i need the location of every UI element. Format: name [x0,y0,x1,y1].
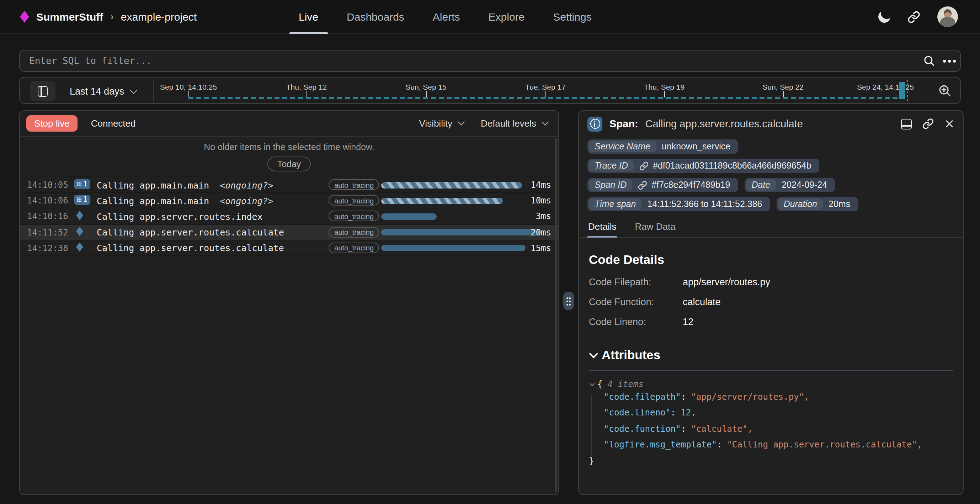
timeline-bar: Last 14 days Sep 10, 14:10:25 Thu, Sep 1… [19,77,961,104]
duration-bar-track [381,182,543,188]
log-row[interactable]: 14:10:06 ⊞1 Calling app.main.main<ongoin… [20,193,558,209]
row-timestamp: 14:12:38 [27,243,68,253]
row-tag[interactable]: auto_tracing [329,211,379,222]
span-diamond-icon [76,226,83,236]
date-badge[interactable]: Date2024-09-24 [744,178,835,192]
breadcrumb[interactable]: SummerStuff › example-project [20,0,197,33]
json-key: "code.lineno" [604,408,671,418]
time-range-dropdown[interactable]: Last 14 days [70,78,135,105]
time-range-label: Last 14 days [70,86,124,96]
duration-bar [381,198,503,204]
live-view-header: Stop live Connected Visibility Default l… [20,111,558,137]
row-duration: 14ms [531,180,551,190]
json-key: "code.filepath" [604,392,681,402]
detail-tabs: Details Raw Data [579,218,963,238]
visibility-dropdown[interactable]: Visibility [419,118,462,129]
sidebar-icon [38,86,48,96]
dark-mode-moon-icon[interactable] [877,9,892,24]
tab-details[interactable]: Details [587,218,617,237]
empty-window-message: No older items in the selected time wind… [20,142,558,152]
child-count: 1 [83,195,88,204]
json-root-line[interactable]: { 4 items [589,379,953,389]
log-row-selected[interactable]: 14:11:52 Calling app.server.routes.calcu… [20,225,558,240]
json-entry: "code.lineno":12, [589,405,953,421]
more-options-icon[interactable] [948,59,951,62]
service-name-badge[interactable]: Service Nameunknown_service [587,139,738,154]
kv-value: app/server/routes.py [683,277,953,287]
timeline-tick-label: Thu, Sep 12 [286,83,327,91]
empty-window-message-block: No older items in the selected time wind… [20,137,558,177]
span-children-icon[interactable]: ⊞1 [74,179,91,189]
timeline-activity-histogram[interactable] [188,97,907,99]
span-kind-label: Span: [609,118,638,129]
code-details-table: Code Filepath:app/server/routes.py Code … [589,277,953,327]
row-tag[interactable]: auto_tracing [329,226,379,237]
row-timestamp: 14:11:52 [27,227,68,237]
scrollbar[interactable] [555,138,557,492]
zoom-in-icon[interactable] [938,84,951,97]
share-link-icon[interactable] [907,10,920,23]
trace-id-badge[interactable]: Trace ID#df01acad0311189c8b66a466d969654… [587,159,819,173]
default-levels-dropdown[interactable]: Default levels [481,118,546,129]
row-tag[interactable]: auto_tracing [329,179,379,190]
indent-guide [591,395,592,456]
panel-resize-handle[interactable] [563,292,574,310]
copy-link-icon[interactable] [923,118,934,129]
badge-value: unknown_service [656,141,737,152]
row-timestamp: 14:10:06 [27,196,68,206]
duration-bar [381,182,522,188]
row-message: Calling app.server.routes.calculate [97,243,284,254]
badge-label: Span ID [589,179,632,191]
search-icon[interactable] [923,55,935,67]
tab-dashboards[interactable]: Dashboards [337,0,414,33]
connection-status: Connected [91,118,136,129]
close-icon[interactable] [945,119,955,129]
json-value: "calculate", [691,424,752,434]
row-message: Calling app.server.routes.index [97,211,263,222]
top-nav: SummerStuff › example-project Live Dashb… [0,0,980,33]
code-details-heading: Code Details [589,252,953,268]
tab-raw-data[interactable]: Raw Data [634,218,676,237]
duration-badge[interactable]: Duration20ms [776,197,858,211]
log-row[interactable]: 14:12:38 Calling app.server.routes.calcu… [20,241,558,256]
collapse-chevron-icon[interactable] [590,381,595,386]
span-children-icon[interactable]: ⊞1 [74,195,91,204]
org-name[interactable]: SummerStuff [36,11,103,23]
sidebar-toggle-button[interactable] [30,81,56,101]
json-key: "logfire.msg_template" [604,440,717,450]
span-meta-badges: Service Nameunknown_service Trace ID#df0… [579,137,963,213]
json-key: "code.function" [604,424,681,434]
row-tag[interactable]: auto_tracing [329,242,379,253]
dock-panel-icon[interactable] [901,118,912,129]
log-row[interactable]: 14:10:16 Calling app.server.routes.index… [20,209,558,225]
attributes-divider [589,370,953,371]
badge-label: Time span [589,198,642,210]
detail-content: Code Details Code Filepath:app/server/ro… [579,238,963,469]
chevron-down-icon [589,349,598,358]
log-rows: 14:10:05 ⊞1 Calling app.main.main<ongoin… [20,177,558,256]
tab-explore[interactable]: Explore [479,0,534,33]
timeline-tick-label: Thu, Sep 19 [644,83,684,91]
today-button[interactable]: Today [267,156,311,171]
stop-live-button[interactable]: Stop live [26,115,78,132]
timeline-tick-label: Sep 10, 14:10:25 [160,83,217,91]
time-span-badge[interactable]: Time span14:11:52.366 to 14:11:52.386 [587,197,770,211]
attributes-section-toggle[interactable]: Attributes [589,348,953,363]
sql-filter-bar[interactable]: Enter SQL to filter... [19,50,961,72]
user-avatar[interactable] [937,6,958,27]
duration-bar-track [381,198,543,204]
close-brace: } [589,453,953,469]
tab-explore-label: Explore [488,11,525,23]
log-row[interactable]: 14:10:05 ⊞1 Calling app.main.main<ongoin… [20,177,558,193]
tab-settings[interactable]: Settings [544,0,601,33]
tab-alerts[interactable]: Alerts [423,0,469,33]
grip-dots-icon [566,296,571,306]
tab-live[interactable]: Live [290,0,328,33]
sql-filter-input[interactable]: Enter SQL to filter... [29,56,923,66]
row-tag[interactable]: auto_tracing [329,195,379,206]
project-name[interactable]: example-project [121,11,197,23]
span-id-badge[interactable]: Span ID#f7c8e294f7489b19 [587,178,738,192]
span-info-icon [587,116,602,131]
expand-plus-icon: ⊞ [77,180,81,188]
badge-label: Duration [778,198,823,210]
